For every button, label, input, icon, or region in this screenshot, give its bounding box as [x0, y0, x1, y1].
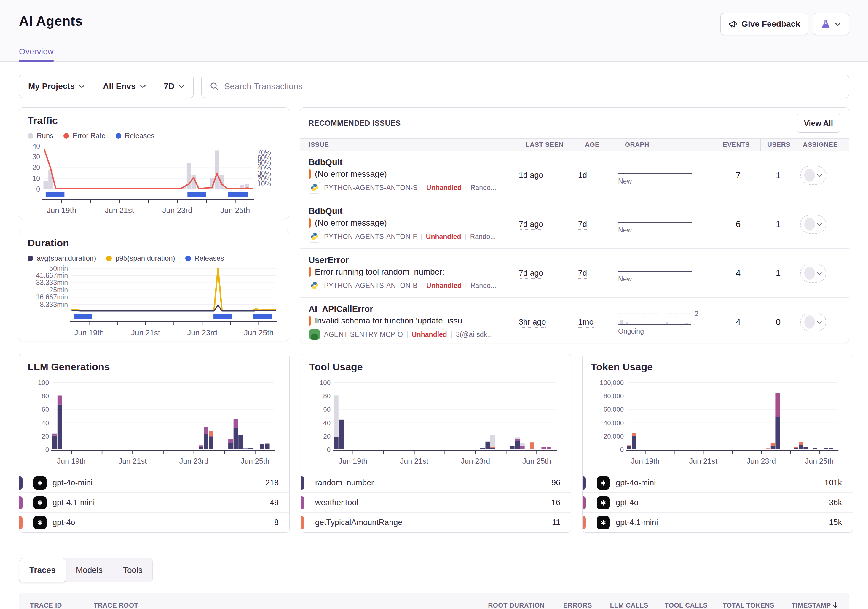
openai-icon	[34, 516, 46, 529]
issue-graph-new: New	[618, 173, 704, 185]
sort-desc-icon[interactable]	[833, 602, 838, 609]
search-transactions-bar[interactable]	[201, 75, 849, 98]
environments-filter-label: All Envs	[103, 82, 135, 91]
legend-label: p95(span.duration)	[115, 254, 175, 262]
legend-item[interactable]: Releases	[116, 132, 155, 140]
issue-unhandled-tag: Unhandled	[412, 331, 447, 339]
list-item[interactable]: gpt-4o36k	[583, 493, 852, 512]
issues-rows: BdbQuit(No error message)PYTHON-AGENTS-A…	[300, 151, 849, 343]
tool-usage-title: Tool Usage	[309, 361, 563, 373]
svg-text:Jun 19th: Jun 19th	[631, 457, 660, 465]
openai-icon	[34, 476, 46, 490]
issue-last-seen[interactable]: 7d ago	[519, 220, 543, 230]
issue-level-bar	[308, 169, 311, 179]
issue-graph-label: New	[618, 177, 704, 185]
issue-row[interactable]: AI_APICallErrorInvalid schema for functi…	[300, 298, 849, 343]
svg-text:Jun 23rd: Jun 23rd	[163, 206, 192, 215]
legend-label: Runs	[37, 132, 53, 140]
svg-text:100,000: 100,000	[600, 379, 624, 386]
legend-item[interactable]: p95(span.duration)	[106, 254, 175, 262]
tab-models[interactable]: Models	[66, 558, 113, 582]
issue-age[interactable]: 7d	[578, 269, 587, 279]
legend-item[interactable]: Releases	[185, 254, 224, 262]
legend-item[interactable]: Error Rate	[64, 132, 105, 140]
list-item[interactable]: random_number96	[301, 473, 571, 493]
issue-events-count: 4	[716, 268, 760, 278]
list-item[interactable]: gpt-4o-mini101k	[583, 473, 852, 493]
issue-summary[interactable]: BdbQuit(No error message)PYTHON-AGENTS-A…	[308, 157, 519, 194]
svg-text:80,000: 80,000	[604, 392, 624, 400]
list-item[interactable]: gpt-4.1-mini49	[19, 493, 289, 512]
llm-model-list: gpt-4o-mini218gpt-4.1-mini49gpt-4o8	[19, 473, 289, 532]
issue-age[interactable]: 1mo	[578, 318, 594, 328]
lab-button[interactable]	[813, 13, 849, 35]
chevron-down-icon	[817, 271, 822, 275]
list-item[interactable]: gpt-4o8	[19, 512, 289, 532]
issue-assignee-selector[interactable]	[800, 215, 826, 234]
issues-column-issue: ISSUE	[308, 139, 519, 150]
issue-last-seen[interactable]: 7d ago	[519, 269, 543, 279]
svg-text:2: 2	[694, 310, 698, 318]
date-range-filter[interactable]: 7D	[155, 75, 194, 98]
issue-events-count: 7	[716, 170, 760, 180]
svg-text:0: 0	[327, 446, 330, 453]
issue-unhandled-tag: Unhandled	[426, 282, 462, 290]
legend-item[interactable]: avg(span.duration)	[28, 254, 96, 262]
tab-tools[interactable]: Tools	[113, 558, 152, 582]
issue-row[interactable]: UserErrorError running tool random_numbe…	[300, 249, 849, 298]
issue-age[interactable]: 7d	[578, 220, 587, 230]
issue-assignee-selector[interactable]	[800, 166, 826, 185]
issue-summary[interactable]: BdbQuit(No error message)PYTHON-AGENTS-A…	[308, 206, 519, 243]
issue-level-bar	[308, 267, 311, 277]
svg-text:Jun 19th: Jun 19th	[57, 457, 86, 465]
issue-assignee-selector[interactable]	[800, 313, 826, 332]
svg-text:25min: 25min	[49, 286, 68, 294]
give-feedback-button[interactable]: Give Feedback	[720, 13, 808, 35]
svg-text:Jun 21st: Jun 21st	[119, 457, 147, 465]
issue-last-seen[interactable]: 3hr ago	[519, 318, 546, 328]
issue-message: (No error message)	[315, 218, 387, 228]
svg-text:Jun 23rd: Jun 23rd	[187, 328, 217, 337]
python-project-icon	[308, 231, 321, 243]
openai-icon	[597, 496, 610, 509]
list-item-name: gpt-4o	[53, 518, 75, 527]
legend-item[interactable]: Runs	[28, 132, 53, 140]
issue-row[interactable]: BdbQuit(No error message)PYTHON-AGENTS-A…	[300, 151, 849, 200]
issue-message: Error running tool random_number:	[315, 267, 444, 277]
avatar	[804, 267, 815, 280]
issue-users-count: 0	[760, 317, 796, 327]
list-item[interactable]: getTypicalAmountRange11	[301, 512, 571, 532]
date-range-filter-label: 7D	[164, 82, 175, 91]
issue-assignee-selector[interactable]	[800, 263, 826, 282]
issue-summary[interactable]: UserErrorError running tool random_numbe…	[308, 255, 519, 291]
svg-text:40,000: 40,000	[604, 419, 624, 427]
legend-dot	[64, 133, 69, 139]
tab-traces[interactable]: Traces	[19, 558, 66, 582]
list-item-count: 96	[552, 478, 560, 487]
issue-age[interactable]: 1d	[578, 171, 587, 181]
page-filter-bar: My Projects All Envs 7D	[19, 75, 194, 98]
list-item-count: 101k	[825, 478, 842, 487]
svg-text:Jun 21st: Jun 21st	[400, 457, 429, 465]
legend-label: avg(span.duration)	[37, 254, 96, 262]
tab-overview[interactable]: Overview	[19, 47, 54, 61]
issue-last-seen[interactable]: 1d ago	[519, 171, 543, 181]
view-all-button[interactable]: View All	[797, 113, 840, 133]
legend-label: Releases	[194, 254, 224, 262]
projects-filter-label: My Projects	[28, 82, 75, 91]
list-item[interactable]: gpt-4o-mini218	[19, 473, 289, 493]
svg-text:80: 80	[42, 392, 49, 400]
issues-column-users: USERS	[760, 139, 796, 150]
issue-row[interactable]: BdbQuit(No error message)PYTHON-AGENTS-A…	[300, 200, 849, 249]
traffic-title: Traffic	[28, 115, 281, 126]
issue-summary[interactable]: AI_APICallErrorInvalid schema for functi…	[308, 304, 519, 340]
projects-filter[interactable]: My Projects	[19, 75, 94, 98]
svg-text:0: 0	[45, 446, 49, 453]
green-project-icon	[308, 329, 321, 340]
chevron-down-icon	[79, 84, 85, 88]
list-item[interactable]: weatherTool16	[301, 493, 571, 512]
list-item[interactable]: gpt-4.1-mini15k	[583, 512, 852, 532]
search-input[interactable]	[224, 82, 840, 91]
issue-graph-ongoing: 2Ongoing	[618, 309, 704, 335]
environments-filter[interactable]: All Envs	[94, 75, 155, 98]
